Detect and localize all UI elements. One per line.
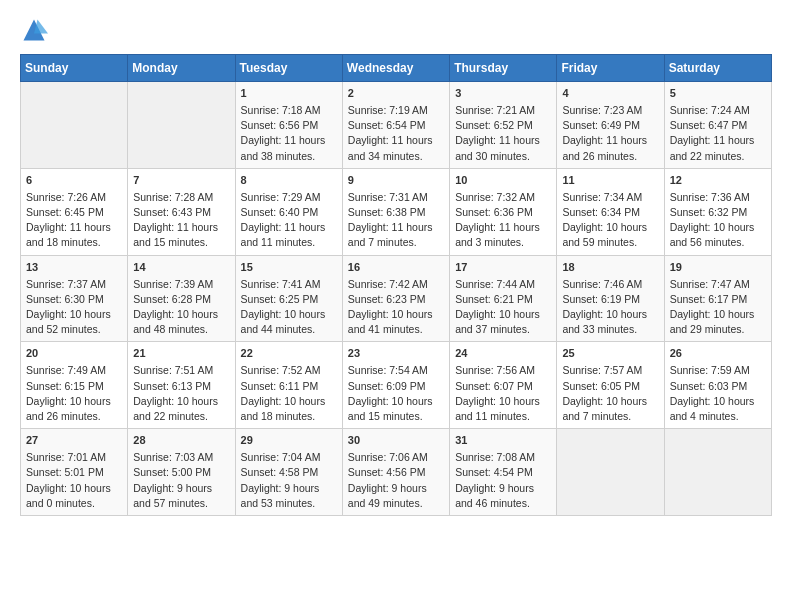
week-row-4: 20Sunrise: 7:49 AMSunset: 6:15 PMDayligh… — [21, 342, 772, 429]
cell-line: Sunset: 6:36 PM — [455, 205, 551, 220]
calendar-cell: 20Sunrise: 7:49 AMSunset: 6:15 PMDayligh… — [21, 342, 128, 429]
day-number: 2 — [348, 86, 444, 102]
day-header-saturday: Saturday — [664, 55, 771, 82]
cell-line: Sunrise: 7:44 AM — [455, 277, 551, 292]
cell-line: Sunrise: 7:34 AM — [562, 190, 658, 205]
day-number: 20 — [26, 346, 122, 362]
cell-line: Sunset: 6:15 PM — [26, 379, 122, 394]
cell-line: Sunrise: 7:19 AM — [348, 103, 444, 118]
cell-line: Sunrise: 7:03 AM — [133, 450, 229, 465]
day-number: 14 — [133, 260, 229, 276]
day-number: 18 — [562, 260, 658, 276]
cell-line: Sunset: 6:49 PM — [562, 118, 658, 133]
day-number: 5 — [670, 86, 766, 102]
cell-line: and 52 minutes. — [26, 322, 122, 337]
cell-line: Sunset: 6:52 PM — [455, 118, 551, 133]
calendar-cell — [128, 82, 235, 169]
calendar-cell: 3Sunrise: 7:21 AMSunset: 6:52 PMDaylight… — [450, 82, 557, 169]
day-number: 8 — [241, 173, 337, 189]
cell-line: Sunrise: 7:59 AM — [670, 363, 766, 378]
calendar-body: 1Sunrise: 7:18 AMSunset: 6:56 PMDaylight… — [21, 82, 772, 516]
cell-line: Sunrise: 7:32 AM — [455, 190, 551, 205]
cell-line: Sunrise: 7:56 AM — [455, 363, 551, 378]
cell-line: Daylight: 11 hours — [455, 220, 551, 235]
cell-line: Sunrise: 7:49 AM — [26, 363, 122, 378]
day-number: 1 — [241, 86, 337, 102]
cell-line: and 34 minutes. — [348, 149, 444, 164]
week-row-5: 27Sunrise: 7:01 AMSunset: 5:01 PMDayligh… — [21, 429, 772, 516]
cell-line: Sunrise: 7:01 AM — [26, 450, 122, 465]
cell-line: Sunrise: 7:54 AM — [348, 363, 444, 378]
page: SundayMondayTuesdayWednesdayThursdayFrid… — [0, 0, 792, 612]
calendar-cell: 6Sunrise: 7:26 AMSunset: 6:45 PMDaylight… — [21, 168, 128, 255]
cell-line: and 22 minutes. — [670, 149, 766, 164]
cell-line: Daylight: 10 hours — [455, 394, 551, 409]
cell-line: Daylight: 10 hours — [670, 307, 766, 322]
calendar-cell: 18Sunrise: 7:46 AMSunset: 6:19 PMDayligh… — [557, 255, 664, 342]
cell-line: and 18 minutes. — [241, 409, 337, 424]
calendar-cell: 21Sunrise: 7:51 AMSunset: 6:13 PMDayligh… — [128, 342, 235, 429]
day-number: 4 — [562, 86, 658, 102]
cell-line: Daylight: 11 hours — [241, 133, 337, 148]
cell-line: Sunrise: 7:42 AM — [348, 277, 444, 292]
cell-line: Daylight: 10 hours — [348, 307, 444, 322]
cell-line: Daylight: 10 hours — [26, 307, 122, 322]
cell-line: Sunset: 6:45 PM — [26, 205, 122, 220]
day-number: 16 — [348, 260, 444, 276]
cell-line: Sunrise: 7:41 AM — [241, 277, 337, 292]
cell-line: Sunset: 6:25 PM — [241, 292, 337, 307]
cell-line: Sunrise: 7:21 AM — [455, 103, 551, 118]
cell-line: and 4 minutes. — [670, 409, 766, 424]
calendar-cell: 15Sunrise: 7:41 AMSunset: 6:25 PMDayligh… — [235, 255, 342, 342]
cell-line: Daylight: 10 hours — [670, 220, 766, 235]
week-row-2: 6Sunrise: 7:26 AMSunset: 6:45 PMDaylight… — [21, 168, 772, 255]
cell-line: Sunrise: 7:39 AM — [133, 277, 229, 292]
cell-line: and 49 minutes. — [348, 496, 444, 511]
cell-line: Daylight: 11 hours — [348, 220, 444, 235]
cell-line: Sunset: 6:43 PM — [133, 205, 229, 220]
cell-line: Sunset: 6:23 PM — [348, 292, 444, 307]
day-number: 19 — [670, 260, 766, 276]
cell-line: and 18 minutes. — [26, 235, 122, 250]
cell-line: Sunset: 4:56 PM — [348, 465, 444, 480]
day-number: 25 — [562, 346, 658, 362]
header — [20, 16, 772, 44]
calendar-cell: 13Sunrise: 7:37 AMSunset: 6:30 PMDayligh… — [21, 255, 128, 342]
cell-line: Sunrise: 7:31 AM — [348, 190, 444, 205]
day-number: 24 — [455, 346, 551, 362]
calendar-table: SundayMondayTuesdayWednesdayThursdayFrid… — [20, 54, 772, 516]
cell-line: Sunrise: 7:29 AM — [241, 190, 337, 205]
cell-line: and 48 minutes. — [133, 322, 229, 337]
cell-line: Sunset: 6:07 PM — [455, 379, 551, 394]
cell-line: and 29 minutes. — [670, 322, 766, 337]
day-number: 27 — [26, 433, 122, 449]
calendar-cell: 11Sunrise: 7:34 AMSunset: 6:34 PMDayligh… — [557, 168, 664, 255]
calendar-cell: 30Sunrise: 7:06 AMSunset: 4:56 PMDayligh… — [342, 429, 449, 516]
day-number: 22 — [241, 346, 337, 362]
cell-line: Daylight: 10 hours — [133, 307, 229, 322]
cell-line: Sunrise: 7:18 AM — [241, 103, 337, 118]
calendar-cell: 23Sunrise: 7:54 AMSunset: 6:09 PMDayligh… — [342, 342, 449, 429]
cell-line: and 26 minutes. — [26, 409, 122, 424]
cell-line: Sunset: 6:40 PM — [241, 205, 337, 220]
calendar-cell: 31Sunrise: 7:08 AMSunset: 4:54 PMDayligh… — [450, 429, 557, 516]
cell-line: Daylight: 10 hours — [26, 481, 122, 496]
cell-line: Sunset: 6:54 PM — [348, 118, 444, 133]
cell-line: Sunset: 6:34 PM — [562, 205, 658, 220]
cell-line: and 41 minutes. — [348, 322, 444, 337]
calendar-cell: 17Sunrise: 7:44 AMSunset: 6:21 PMDayligh… — [450, 255, 557, 342]
calendar-cell: 10Sunrise: 7:32 AMSunset: 6:36 PMDayligh… — [450, 168, 557, 255]
cell-line: Daylight: 10 hours — [562, 220, 658, 235]
calendar-cell: 22Sunrise: 7:52 AMSunset: 6:11 PMDayligh… — [235, 342, 342, 429]
cell-line: and 46 minutes. — [455, 496, 551, 511]
cell-line: Daylight: 10 hours — [241, 394, 337, 409]
cell-line: and 0 minutes. — [26, 496, 122, 511]
cell-line: and 33 minutes. — [562, 322, 658, 337]
header-row: SundayMondayTuesdayWednesdayThursdayFrid… — [21, 55, 772, 82]
cell-line: Sunrise: 7:37 AM — [26, 277, 122, 292]
day-number: 11 — [562, 173, 658, 189]
cell-line: Sunrise: 7:52 AM — [241, 363, 337, 378]
cell-line: Sunrise: 7:28 AM — [133, 190, 229, 205]
cell-line: Sunrise: 7:08 AM — [455, 450, 551, 465]
cell-line: and 30 minutes. — [455, 149, 551, 164]
